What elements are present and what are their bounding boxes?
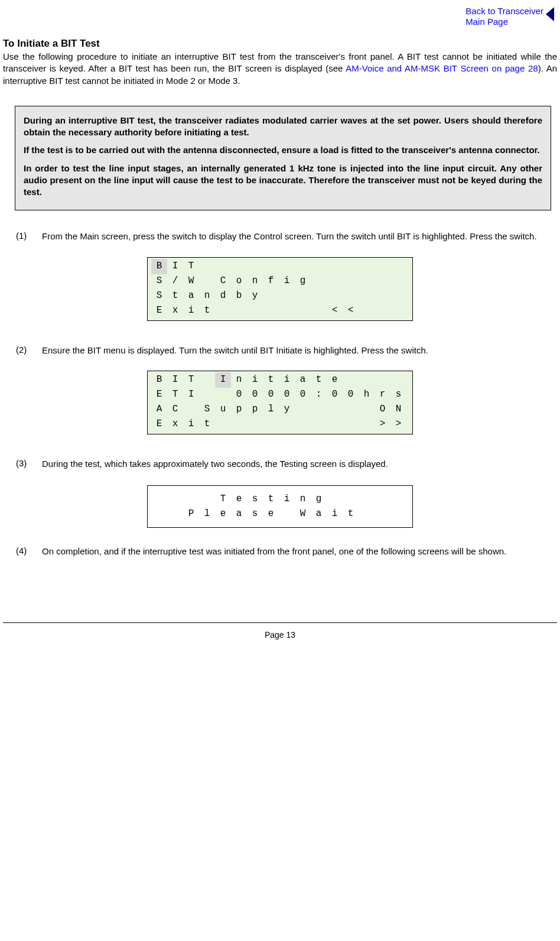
step-number: (1) bbox=[16, 231, 42, 242]
lcd-cell: P bbox=[183, 507, 199, 522]
lcd-cell: a bbox=[183, 288, 199, 304]
lcd-cell: 0 bbox=[295, 387, 311, 403]
lcd-cell: I bbox=[167, 372, 183, 388]
lcd-screen-3: TestingPleaseWait bbox=[147, 485, 413, 528]
lcd-cell: p bbox=[247, 402, 263, 417]
lcd-cell: e bbox=[327, 372, 343, 388]
lcd-cell: / bbox=[167, 274, 183, 289]
lcd-cell: 0 bbox=[343, 387, 359, 403]
lcd-cell: b bbox=[231, 288, 247, 304]
lcd-cell: N bbox=[390, 402, 406, 417]
lcd-cell: p bbox=[231, 402, 247, 417]
lcd-cell: y bbox=[247, 288, 263, 304]
lcd-row: Exit>> bbox=[148, 417, 412, 432]
lcd-cell: y bbox=[279, 402, 295, 417]
step-text: From the Main screen, press the switch t… bbox=[42, 231, 557, 242]
back-link-line2: Main Page bbox=[465, 17, 508, 27]
step-4: (4) On completion, and if the interrupti… bbox=[16, 546, 557, 557]
lcd-cell: 0 bbox=[263, 387, 279, 403]
note-paragraph-1: During an interruptive BIT test, the tra… bbox=[24, 115, 542, 139]
step-1: (1) From the Main screen, press the swit… bbox=[16, 231, 557, 242]
lcd-cell: d bbox=[215, 288, 231, 304]
lcd-cell: x bbox=[167, 303, 183, 319]
lcd-row: Standby bbox=[148, 289, 412, 304]
step-number: (2) bbox=[16, 345, 42, 356]
lcd-cell: s bbox=[247, 492, 263, 507]
lcd-row: ETI00000:00hrs bbox=[148, 388, 412, 403]
lcd-row: PleaseWait bbox=[148, 507, 412, 521]
step-2: (2) Ensure the BIT menu is displayed. Tu… bbox=[16, 345, 557, 356]
lcd-cell: a bbox=[311, 507, 327, 522]
lcd-cell: e bbox=[231, 492, 247, 507]
lcd-cell: n bbox=[247, 274, 263, 289]
lcd-cell: 0 bbox=[279, 387, 295, 403]
lcd-cell: E bbox=[151, 303, 167, 319]
lcd-cell: 0 bbox=[327, 387, 343, 403]
header-back-nav: Back to Transceiver Main Page bbox=[3, 0, 557, 27]
lcd-cell: 0 bbox=[231, 387, 247, 403]
lcd-cell: l bbox=[199, 507, 215, 522]
intro-paragraph: Use the following procedure to initiate … bbox=[3, 51, 557, 87]
back-link[interactable]: Back to Transceiver Main Page bbox=[465, 6, 543, 27]
lcd-cell: h bbox=[359, 387, 375, 403]
lcd-cell: t bbox=[199, 417, 215, 432]
step-number: (3) bbox=[16, 458, 42, 470]
lcd-cell: > bbox=[375, 417, 390, 432]
note-paragraph-3: In order to test the line input stages, … bbox=[24, 163, 542, 199]
lcd-cell: t bbox=[343, 507, 359, 522]
lcd-cell: f bbox=[263, 274, 279, 289]
lcd-cell: s bbox=[247, 507, 263, 522]
lcd-cell: > bbox=[390, 417, 406, 432]
lcd-cell: T bbox=[183, 372, 199, 388]
lcd-cell: i bbox=[327, 507, 343, 522]
lcd-cell: i bbox=[279, 274, 295, 289]
page-title: To Initiate a BIT Test bbox=[3, 38, 557, 50]
lcd-cell: g bbox=[311, 492, 327, 507]
step-text: Ensure the BIT menu is displayed. Turn t… bbox=[42, 345, 557, 356]
lcd-cell: I bbox=[215, 372, 231, 388]
lcd-cell: T bbox=[215, 492, 231, 507]
lcd-cell: < bbox=[327, 303, 343, 319]
lcd-cell: E bbox=[151, 387, 167, 403]
lcd-cell: S bbox=[199, 402, 215, 417]
step-text: During the test, which takes approximate… bbox=[42, 458, 557, 470]
back-link-line1: Back to Transceiver bbox=[465, 6, 543, 16]
lcd-row: BIT bbox=[148, 259, 412, 274]
lcd-cell: I bbox=[167, 259, 183, 274]
lcd-cell: n bbox=[295, 492, 311, 507]
lcd-cell: t bbox=[167, 288, 183, 304]
lcd-cell: a bbox=[231, 507, 247, 522]
lcd-cell: : bbox=[311, 387, 327, 403]
step-3: (3) During the test, which takes approxi… bbox=[16, 458, 557, 470]
lcd-cell: o bbox=[231, 274, 247, 289]
lcd-cell: O bbox=[375, 402, 390, 417]
lcd-cell: E bbox=[151, 417, 167, 432]
lcd-cell: g bbox=[295, 274, 311, 289]
lcd-row: Testing bbox=[148, 492, 412, 507]
lcd-cell: e bbox=[263, 507, 279, 522]
lcd-cell: B bbox=[151, 372, 167, 388]
lcd-cell: C bbox=[215, 274, 231, 289]
lcd-row: Exit<< bbox=[148, 304, 412, 319]
lcd-cell: i bbox=[183, 417, 199, 432]
lcd-cell: n bbox=[231, 372, 247, 388]
lcd-cell: n bbox=[199, 288, 215, 304]
note-paragraph-2: If the test is to be carried out with th… bbox=[24, 144, 542, 156]
lcd-cell: A bbox=[151, 402, 167, 417]
lcd-cell: t bbox=[263, 492, 279, 507]
lcd-cell: B bbox=[151, 259, 167, 274]
intro-cross-ref-link[interactable]: AM-Voice and AM-MSK BIT Screen on page 2… bbox=[346, 63, 538, 73]
lcd-cell: i bbox=[279, 492, 295, 507]
lcd-cell: W bbox=[295, 507, 311, 522]
lcd-cell: r bbox=[375, 387, 390, 403]
lcd-cell: i bbox=[279, 372, 295, 388]
lcd-cell: t bbox=[311, 372, 327, 388]
lcd-cell: u bbox=[215, 402, 231, 417]
back-arrow-icon[interactable] bbox=[546, 7, 554, 21]
lcd-cell: i bbox=[247, 372, 263, 388]
lcd-cell: s bbox=[390, 387, 406, 403]
page-footer: Page 13 bbox=[3, 622, 557, 648]
lcd-row: S/WConfig bbox=[148, 274, 412, 289]
lcd-screen-2: BITInitiateETI00000:00hrsACSupplyONExit>… bbox=[147, 371, 413, 434]
lcd-cell: i bbox=[183, 303, 199, 319]
